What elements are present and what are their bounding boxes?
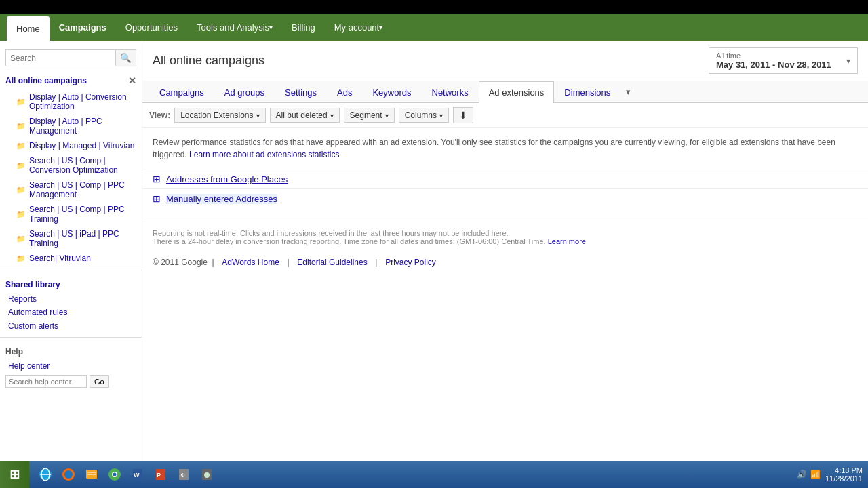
- tab-keywords[interactable]: Keywords: [362, 81, 421, 103]
- segment-label: Segment: [350, 110, 382, 120]
- footer-link-editorial[interactable]: Editorial Guidelines: [297, 258, 367, 267]
- nav-item-campaigns[interactable]: Campaigns: [50, 14, 116, 41]
- columns-dropdown[interactable]: Columns: [399, 108, 449, 123]
- folder-icon: 📁: [16, 161, 26, 170]
- nav-item-opportunities[interactable]: Opportunities: [116, 14, 187, 41]
- list-item[interactable]: 📁 Display | Auto | Conversion Optimizati…: [0, 89, 142, 114]
- taskbar-icon-chrome[interactable]: [104, 464, 125, 485]
- taskbar-icon-misc[interactable]: ⚙: [173, 464, 195, 485]
- taskbar-right: 🔊 📶 4:18 PM 11/28/2011: [791, 466, 868, 483]
- help-search-input[interactable]: [5, 375, 87, 388]
- sidebar-link-reports[interactable]: Reports: [0, 292, 142, 306]
- sidebar-link-custom-alerts[interactable]: Custom alerts: [0, 319, 142, 333]
- automated-rules-label: Automated rules: [8, 308, 67, 317]
- columns-label: Columns: [405, 110, 437, 120]
- list-item[interactable]: 📁 Display | Managed | Vitruvian: [0, 138, 142, 153]
- tab-more-btn[interactable]: ▾: [620, 81, 636, 102]
- help-label: Help: [5, 347, 23, 357]
- date-range-value: May 31, 2011 - Nov 28, 2011: [716, 60, 831, 70]
- nav-item-tools[interactable]: Tools and Analysis: [187, 14, 282, 41]
- svg-point-18: [204, 472, 210, 478]
- search-input[interactable]: [6, 51, 115, 66]
- help-search-container: Go: [0, 373, 142, 390]
- list-item[interactable]: 📁 Search | US | iPad | PPC Training: [0, 226, 142, 251]
- close-sidebar-btn[interactable]: ✕: [128, 75, 136, 86]
- tab-settings[interactable]: Settings: [275, 81, 327, 103]
- tab-adgroups[interactable]: Ad groups: [214, 81, 275, 103]
- footer-links: © 2011 Google | AdWords Home | Editorial…: [142, 252, 868, 272]
- list-item[interactable]: 📁 Search | US | Comp | Conversion Optimi…: [0, 153, 142, 178]
- footer-link-adwords[interactable]: AdWords Home: [222, 258, 279, 267]
- sidebar-search-container: 🔍: [0, 44, 142, 72]
- tab-ads[interactable]: Ads: [327, 81, 362, 103]
- list-item[interactable]: 📁 Search | US | Comp | PPC Training: [0, 202, 142, 226]
- taskbar-network-icon[interactable]: 📶: [810, 469, 821, 480]
- svg-text:P: P: [157, 472, 161, 479]
- all-campaigns-header[interactable]: All online campaigns ✕: [0, 72, 142, 89]
- svg-point-10: [113, 473, 117, 476]
- help-search-btn[interactable]: Go: [90, 375, 109, 388]
- filter-label: All but deleted: [276, 110, 328, 120]
- campaign-list: 📁 Display | Auto | Conversion Optimizati…: [0, 89, 142, 266]
- folder-icon: 📁: [16, 142, 26, 150]
- footer-note: Reporting is not real-time. Clicks and i…: [142, 222, 868, 252]
- tab-campaigns[interactable]: Campaigns: [149, 81, 214, 103]
- svg-rect-7: [87, 474, 96, 475]
- folder-icon: 📁: [16, 235, 26, 243]
- view-label: View:: [149, 110, 170, 120]
- nav-item-billing[interactable]: Billing: [282, 14, 325, 41]
- svg-text:W: W: [134, 472, 140, 479]
- shared-library-header[interactable]: Shared library: [0, 274, 142, 292]
- svg-rect-6: [87, 472, 96, 473]
- segment-dropdown[interactable]: Segment: [344, 108, 395, 123]
- toolbar: View: Location Extensions All but delete…: [142, 103, 868, 128]
- search-button[interactable]: 🔍: [115, 50, 136, 66]
- campaign-label: Search | US | Comp | Conversion Optimiza…: [29, 156, 136, 175]
- page-title: All online campaigns: [153, 54, 264, 68]
- main-nav: Home Campaigns Opportunities Tools and A…: [0, 14, 868, 41]
- filter-dropdown[interactable]: All but deleted: [270, 108, 340, 123]
- learn-more-extensions-link[interactable]: Learn more about ad extensions statistic…: [189, 150, 339, 159]
- extension-row-manual: ⊞ Manually entered Addresses: [142, 188, 868, 208]
- extension-link-google-places[interactable]: Addresses from Google Places: [166, 174, 288, 184]
- taskbar-icon-paint[interactable]: [196, 464, 218, 485]
- taskbar-icon-firefox[interactable]: [58, 464, 79, 485]
- sidebar-search-box: 🔍: [5, 49, 136, 66]
- taskbar-icon-word[interactable]: W: [127, 464, 149, 485]
- main-layout: 🔍 All online campaigns ✕ 📁 Display | Aut…: [0, 41, 868, 471]
- taskbar-icon-explorer[interactable]: [81, 464, 102, 485]
- taskbar-icon-ie[interactable]: [35, 464, 56, 485]
- taskbar-time: 4:18 PM 11/28/2011: [825, 466, 863, 483]
- expand-icon[interactable]: ⊞: [153, 193, 161, 204]
- extension-link-manual[interactable]: Manually entered Addresses: [166, 194, 277, 204]
- nav-item-myaccount[interactable]: My account: [325, 14, 392, 41]
- start-button[interactable]: ⊞: [0, 461, 29, 488]
- folder-icon: 📁: [16, 210, 26, 219]
- custom-alerts-label: Custom alerts: [8, 321, 58, 331]
- sidebar-link-help-center[interactable]: Help center: [0, 359, 142, 373]
- list-item[interactable]: 📁 Display | Auto | PPC Management: [0, 114, 142, 138]
- tab-ad-extensions[interactable]: Ad extensions: [479, 81, 555, 103]
- footer-note-1: Reporting is not real-time. Clicks and i…: [153, 229, 858, 237]
- tab-networks[interactable]: Networks: [422, 81, 479, 103]
- campaign-label: Search | US | Comp | PPC Training: [29, 205, 136, 224]
- footer-learn-more-link[interactable]: Learn more: [548, 237, 586, 245]
- list-item[interactable]: 📁 Search| Vitruvian: [0, 251, 142, 266]
- svg-text:⚙: ⚙: [180, 472, 185, 479]
- nav-item-home[interactable]: Home: [7, 16, 50, 41]
- taskbar-icon-ppt[interactable]: P: [150, 464, 172, 485]
- taskbar: ⊞ W P ⚙ 🔊 📶: [0, 461, 868, 488]
- view-dropdown[interactable]: Location Extensions: [174, 108, 265, 123]
- campaign-label: Search| Vitruvian: [29, 253, 91, 263]
- expand-icon[interactable]: ⊞: [153, 174, 161, 184]
- tab-dimensions[interactable]: Dimensions: [554, 81, 620, 103]
- svg-point-4: [64, 470, 73, 479]
- download-button[interactable]: ⬇: [453, 107, 473, 123]
- footer-link-privacy[interactable]: Privacy Policy: [385, 258, 436, 267]
- list-item[interactable]: 📁 Search | US | Comp | PPC Management: [0, 178, 142, 202]
- sidebar-link-automated-rules[interactable]: Automated rules: [0, 306, 142, 319]
- start-icon: ⊞: [9, 467, 20, 482]
- taskbar-volume-icon[interactable]: 🔊: [797, 469, 808, 480]
- campaign-label: Display | Auto | PPC Management: [29, 117, 136, 136]
- date-range-selector[interactable]: All time May 31, 2011 - Nov 28, 2011 ▾: [709, 47, 858, 74]
